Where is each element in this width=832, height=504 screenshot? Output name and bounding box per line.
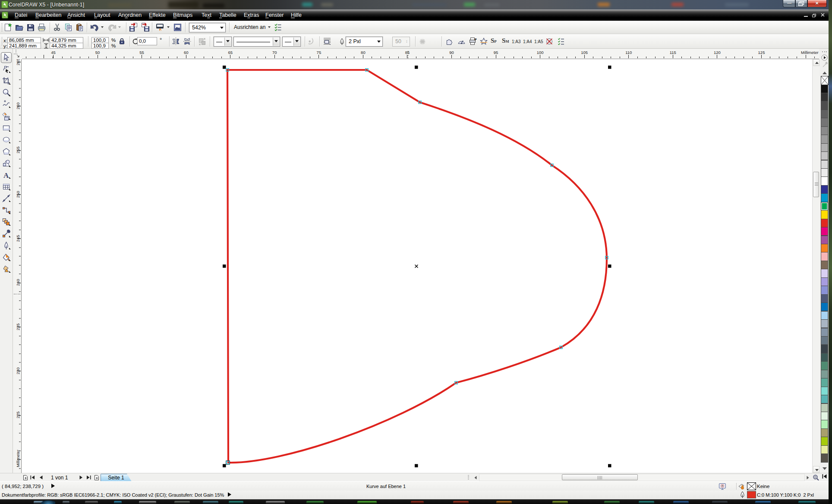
svg-text:A: A bbox=[3, 171, 9, 179]
svg-text:P: P bbox=[475, 38, 477, 41]
